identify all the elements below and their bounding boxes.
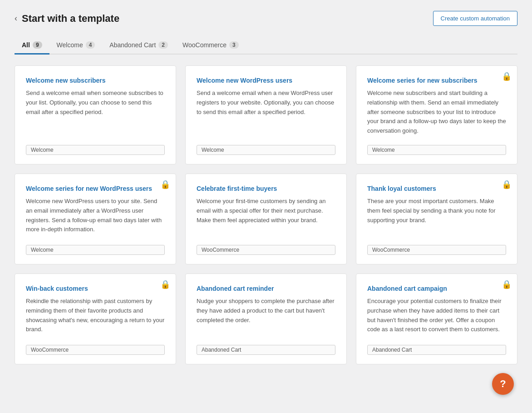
page-header: ‹ Start with a template Create custom au… xyxy=(15,11,517,26)
tab-label: Abandoned Cart xyxy=(109,41,156,49)
card-tag: WooCommerce xyxy=(367,245,506,255)
back-arrow-icon[interactable]: ‹ xyxy=(15,14,17,23)
card-desc: Welcome your first-time customers by sen… xyxy=(197,197,335,236)
tab-abandoned-cart[interactable]: Abandoned Cart 2 xyxy=(102,37,175,55)
card-abandoned-cart-campaign[interactable]: 🔒 Abandoned cart campaign Encourage your… xyxy=(356,274,517,364)
tab-badge: 4 xyxy=(86,41,95,49)
tab-label: WooCommerce xyxy=(182,41,227,49)
card-tag: Welcome xyxy=(367,145,506,155)
card-tag: WooCommerce xyxy=(197,245,335,255)
card-tag: Abandoned Cart xyxy=(197,345,335,355)
card-title: Win-back customers xyxy=(26,285,165,292)
card-desc: Send a welcome email when someone subscr… xyxy=(26,89,165,136)
card-desc: Encourage your potential customers to fi… xyxy=(367,297,506,336)
card-tag: Welcome xyxy=(26,245,165,255)
tab-badge: 2 xyxy=(158,41,168,49)
card-abandoned-cart-reminder[interactable]: Abandoned cart reminder Nudge your shopp… xyxy=(185,274,347,364)
card-welcome-new-wp-users[interactable]: Welcome new WordPress users Send a welco… xyxy=(185,65,347,164)
card-thank-loyal-customers[interactable]: 🔒 Thank loyal customers These are your m… xyxy=(356,174,517,264)
card-title: Welcome new WordPress users xyxy=(197,77,335,84)
card-tag: Abandoned Cart xyxy=(367,345,506,355)
lock-icon: 🔒 xyxy=(160,179,170,189)
card-title: Thank loyal customers xyxy=(367,185,506,192)
page-title: Start with a template xyxy=(22,13,119,25)
card-desc: Nudge your shoppers to complete the purc… xyxy=(197,297,335,336)
card-title: Abandoned cart campaign xyxy=(367,285,506,292)
tab-label: Welcome xyxy=(57,41,83,49)
card-desc: Welcome new subscribers and start buildi… xyxy=(367,89,506,136)
lock-icon: 🔒 xyxy=(502,71,512,81)
card-title: Welcome series for new WordPress users xyxy=(26,185,165,192)
card-title: Abandoned cart reminder xyxy=(197,285,335,292)
card-celebrate-first-time-buyers[interactable]: Celebrate first-time buyers Welcome your… xyxy=(185,174,347,264)
card-tag: Welcome xyxy=(197,145,335,155)
lock-icon: 🔒 xyxy=(502,179,512,189)
card-title: Celebrate first-time buyers xyxy=(197,185,335,192)
tab-welcome[interactable]: Welcome 4 xyxy=(49,37,103,55)
card-welcome-series-wp-users[interactable]: 🔒 Welcome series for new WordPress users… xyxy=(15,174,176,264)
card-tag: WooCommerce xyxy=(26,345,165,355)
tab-all[interactable]: All 9 xyxy=(15,37,49,55)
help-button[interactable]: ? xyxy=(492,373,514,395)
card-desc: Send a welcome email when a new WordPres… xyxy=(197,89,335,136)
back-title-group: ‹ Start with a template xyxy=(15,13,119,25)
card-desc: These are your most important customers.… xyxy=(367,197,506,236)
card-welcome-new-subscribers[interactable]: Welcome new subscribers Send a welcome e… xyxy=(15,65,176,164)
card-win-back-customers[interactable]: 🔒 Win-back customers Rekindle the relati… xyxy=(15,274,176,364)
tab-badge: 9 xyxy=(33,41,42,49)
create-custom-automation-button[interactable]: Create custom automation xyxy=(433,11,517,26)
tab-woocommerce[interactable]: WooCommerce 3 xyxy=(175,37,246,55)
card-desc: Welcome new WordPress users to your site… xyxy=(26,197,165,236)
card-title: Welcome new subscribers xyxy=(26,77,165,84)
card-welcome-series-new-subscribers[interactable]: 🔒 Welcome series for new subscribers Wel… xyxy=(356,65,517,164)
card-title: Welcome series for new subscribers xyxy=(367,77,506,84)
tab-label: All xyxy=(22,41,30,49)
cards-grid: Welcome new subscribers Send a welcome e… xyxy=(15,65,517,364)
card-tag: Welcome xyxy=(26,145,165,155)
lock-icon: 🔒 xyxy=(160,279,170,289)
card-desc: Rekindle the relationship with past cust… xyxy=(26,297,165,336)
lock-icon: 🔒 xyxy=(502,279,512,289)
tab-badge: 3 xyxy=(229,41,239,49)
tabs-bar: All 9 Welcome 4 Abandoned Cart 2 WooComm… xyxy=(15,37,517,55)
